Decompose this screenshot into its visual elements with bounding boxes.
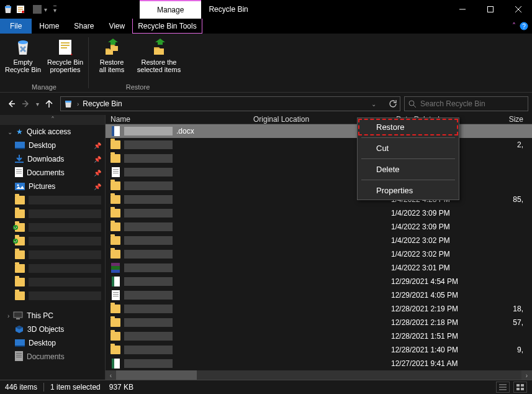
this-pc-section[interactable]: › This PC bbox=[0, 309, 105, 323]
sidebar-item-pinned[interactable] bbox=[0, 207, 105, 221]
table-row[interactable]: 12/29/2021 4:05 PM bbox=[106, 288, 532, 302]
qat-dropdown-icon[interactable]: ▾ bbox=[44, 6, 47, 13]
table-row[interactable]: 1/4/2022 3:02 PM bbox=[106, 234, 532, 247]
quick-access-section[interactable]: ⌄ ★ Quick access bbox=[0, 125, 105, 139]
help-icon[interactable]: ? bbox=[520, 22, 528, 30]
sidebar-item-documents[interactable]: Documents📌 bbox=[0, 166, 105, 180]
details-view-button[interactable] bbox=[496, 382, 510, 393]
view-tab[interactable]: View bbox=[101, 19, 132, 34]
table-row[interactable]: 1/12/2022 3:25 PM2, bbox=[106, 138, 532, 152]
chevron-right-icon[interactable]: › bbox=[77, 101, 79, 108]
restore-selected-button[interactable]: Restore the selected items bbox=[135, 36, 183, 82]
table-row[interactable]: 12/29/2021 4:54 PM bbox=[106, 275, 532, 288]
file-name-redacted bbox=[124, 346, 173, 354]
file-icon bbox=[110, 236, 120, 245]
sidebar-item-documents-pc[interactable]: Documents bbox=[0, 350, 105, 364]
qat-placeholder-icon[interactable] bbox=[32, 4, 43, 15]
file-name-redacted bbox=[124, 127, 173, 135]
scroll-right-button[interactable]: › bbox=[521, 370, 532, 380]
file-tab[interactable]: File bbox=[0, 19, 32, 34]
search-box[interactable] bbox=[404, 96, 528, 111]
context-menu-delete[interactable]: Delete bbox=[358, 160, 459, 178]
table-row[interactable]: 1/4/2022 3:09 PM bbox=[106, 220, 532, 234]
sidebar-item-desktop[interactable]: Desktop📌 bbox=[0, 139, 105, 152]
sidebar-item-pinned[interactable] bbox=[0, 289, 105, 303]
table-row[interactable]: 12/28/2021 1:51 PM bbox=[106, 329, 532, 343]
file-icon bbox=[110, 277, 120, 286]
sidebar-item-pinned[interactable] bbox=[0, 193, 105, 207]
sidebar-item-pinned[interactable] bbox=[0, 221, 105, 234]
file-icon bbox=[110, 195, 120, 204]
date-deleted: 1/4/2022 3:09 PM bbox=[391, 222, 494, 231]
date-deleted: 1/4/2022 3:01 PM bbox=[391, 263, 494, 272]
file-extension: .docx bbox=[176, 127, 194, 135]
star-icon: ★ bbox=[16, 127, 23, 136]
close-button[interactable] bbox=[504, 0, 532, 19]
qat-customize-icon[interactable]: ▾ bbox=[53, 6, 56, 14]
file-name-redacted bbox=[124, 222, 173, 231]
file-icon bbox=[110, 318, 120, 328]
svg-rect-20 bbox=[15, 346, 25, 347]
sidebar-item-pinned[interactable] bbox=[0, 248, 105, 262]
table-row[interactable]: 12/27/2021 9:41 AM bbox=[106, 357, 532, 370]
table-row[interactable]: 1/11/2022 5:52 PM bbox=[106, 165, 532, 179]
quick-access-toolbar: ▾ ▾ bbox=[0, 0, 59, 19]
maximize-button[interactable] bbox=[476, 0, 504, 19]
table-row[interactable]: .docx1/12/2022 4:14 PM bbox=[106, 124, 532, 138]
content-area: ˄ ⌄ ★ Quick access Desktop📌 Downloads📌 D… bbox=[0, 115, 532, 380]
restore-all-button[interactable]: Restore all items bbox=[92, 36, 131, 82]
table-row[interactable]: 12/28/2021 2:19 PM18, bbox=[106, 302, 532, 316]
sidebar-item-desktop-pc[interactable]: Desktop bbox=[0, 336, 105, 350]
minimize-button[interactable] bbox=[448, 0, 476, 19]
sidebar-item-downloads[interactable]: Downloads📌 bbox=[0, 152, 105, 166]
table-row[interactable]: 1/4/2022 3:09 PM bbox=[106, 206, 532, 220]
address-dropdown-icon[interactable]: ⌄ bbox=[371, 101, 376, 108]
context-menu-properties[interactable]: Properties bbox=[358, 181, 459, 199]
recycle-bin-properties-button[interactable]: Recycle Bin properties bbox=[46, 36, 84, 82]
contextual-tab-header[interactable]: Manage bbox=[140, 0, 201, 19]
sidebar-item-3d-objects[interactable]: 3D Objects bbox=[0, 323, 105, 336]
svg-rect-23 bbox=[516, 388, 520, 390]
scroll-left-button[interactable]: ‹ bbox=[106, 370, 116, 380]
collapse-ribbon-icon[interactable]: ˄ bbox=[512, 22, 516, 30]
address-bar[interactable]: › Recycle Bin ⌄ bbox=[60, 96, 400, 111]
ribbon-tabs: File Home Share View Recycle Bin Tools ˄… bbox=[0, 19, 532, 34]
sidebar-item-pinned[interactable] bbox=[0, 275, 105, 289]
table-row[interactable]: 1/4/2022 3:01 PM bbox=[106, 261, 532, 275]
recycle-bin-tools-tab[interactable]: Recycle Bin Tools bbox=[132, 19, 202, 34]
refresh-button[interactable] bbox=[389, 99, 397, 108]
up-button[interactable] bbox=[44, 99, 54, 109]
svg-point-9 bbox=[409, 101, 414, 106]
file-icon bbox=[110, 126, 120, 136]
home-tab[interactable]: Home bbox=[32, 19, 66, 34]
table-row[interactable]: 12/28/2021 2:18 PM57, bbox=[106, 316, 532, 329]
pin-icon: 📌 bbox=[94, 156, 101, 163]
properties-icon[interactable] bbox=[15, 4, 26, 15]
column-size[interactable]: Size bbox=[494, 115, 532, 124]
context-menu-restore[interactable]: Restore bbox=[358, 118, 459, 136]
desktop-icon bbox=[15, 339, 25, 347]
table-row[interactable]: 1/4/2022 4:28 PM85, bbox=[106, 193, 532, 206]
date-deleted: 12/28/2021 2:19 PM bbox=[391, 305, 494, 313]
sidebar-item-pictures[interactable]: Pictures📌 bbox=[0, 180, 105, 193]
back-button[interactable] bbox=[6, 99, 16, 109]
scroll-up-button[interactable]: ˄ bbox=[0, 115, 105, 125]
sidebar-item-pinned[interactable] bbox=[0, 234, 105, 248]
column-name[interactable]: Name bbox=[106, 115, 248, 124]
breadcrumb-location[interactable]: Recycle Bin bbox=[83, 99, 122, 108]
share-tab[interactable]: Share bbox=[66, 19, 101, 34]
scrollbar-thumb[interactable] bbox=[116, 370, 197, 380]
horizontal-scrollbar[interactable]: ‹ › bbox=[106, 370, 532, 380]
context-menu-cut[interactable]: Cut bbox=[358, 139, 459, 157]
table-row[interactable]: 12/28/2021 1:40 PM9, bbox=[106, 343, 532, 357]
table-row[interactable]: 1/4/2022 3:02 PM bbox=[106, 247, 532, 261]
window-title: Recycle Bin bbox=[201, 0, 448, 19]
forward-button[interactable] bbox=[21, 99, 31, 109]
empty-recycle-bin-button[interactable]: Empty Recycle Bin bbox=[4, 36, 42, 82]
sidebar-item-pinned[interactable] bbox=[0, 262, 105, 275]
history-dropdown-icon[interactable]: ▾ bbox=[36, 101, 39, 108]
search-input[interactable] bbox=[420, 99, 524, 108]
table-row[interactable]: 1/4/2022 4:28 PM bbox=[106, 179, 532, 193]
table-row[interactable]: 1/12/2022 11:22 AM bbox=[106, 152, 532, 165]
thumbnails-view-button[interactable] bbox=[513, 382, 527, 393]
